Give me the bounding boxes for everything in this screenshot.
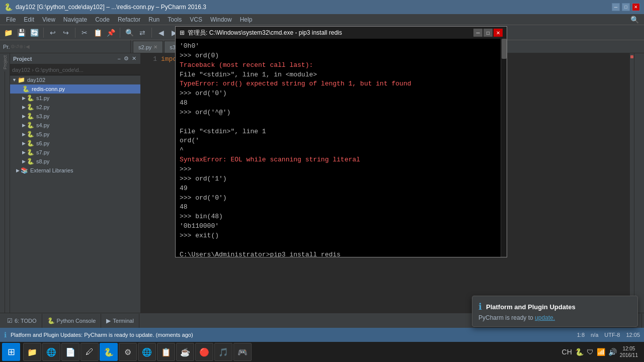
taskbar: ⊞ 📁 🌐 📄 🖊 🐍 ⚙ 🌐 📋 ☕ 🔴 🎵 🎮 CH 🐍 🛡 📶 🔊 12:… [0,342,644,362]
tree-s7py-label: s7.py [36,149,49,155]
taskbar-file-explorer[interactable]: 📁 [23,343,41,361]
cmd-scrollbar[interactable] [501,39,507,257]
status-bar: ℹ Platform and Plugin Updates: PyCharm i… [0,328,644,342]
tree-root-day102[interactable]: ▼ 📁 day102 [10,75,140,84]
taskbar-extra2[interactable]: 🎮 [233,343,252,361]
replace-button[interactable]: ⇄ [136,27,148,39]
paste-button[interactable]: 📌 [105,27,117,39]
taskbar-pycharm[interactable]: 🐍 [100,343,118,361]
menu-help[interactable]: Help [236,15,257,24]
menu-view[interactable]: View [38,15,59,24]
tab-s2py-close[interactable]: ✕ [153,44,157,50]
cmd-body: '0h0' >>> ord(0) Traceback (most recent … [176,39,507,257]
taskbar-redis[interactable]: 🔴 [195,343,213,361]
back-button[interactable]: ◀ [155,27,167,39]
tab-python-console[interactable]: 🐍 Python Console [42,314,102,328]
cmd-line-11: ^ [180,146,497,155]
copy-button[interactable]: 📋 [92,27,104,39]
left-gutter: Project [0,53,10,313]
find-button[interactable]: 🔍 [123,27,135,39]
maximize-button[interactable]: □ [622,3,630,11]
sidebar-header: Project − ⚙ ✕ [10,53,140,64]
redo-button[interactable]: ↪ [60,27,72,39]
tray-date-value: 2016/11 [620,352,638,358]
tab-s2py[interactable]: s2.py ✕ [133,41,163,53]
start-button[interactable]: ⊞ [2,343,20,361]
menu-code[interactable]: Code [91,15,114,24]
tree-redis-conn[interactable]: 🐍 redis-conn.py [10,84,140,94]
undo-button[interactable]: ↩ [47,27,59,39]
cmd-scroll-thumb[interactable] [502,39,507,59]
sidebar-collapse-button[interactable]: − [117,55,122,62]
taskbar-java[interactable]: ☕ [176,343,194,361]
menu-edit[interactable]: Edit [20,15,38,24]
cmd-line-12: SyntaxError: EOL while scanning string l… [180,155,497,165]
time-status: 12:05 [626,332,640,338]
save-button[interactable]: 💾 [15,27,27,39]
cmd-output[interactable]: '0h0' >>> ord(0) Traceback (most recent … [176,39,501,257]
menu-vcs[interactable]: VCS [186,15,206,24]
tree-s1py[interactable]: ▶ 🐍 s1.py [10,94,140,103]
cmd-line-13: >>> [180,165,497,174]
cmd-line-15: 49 [180,184,497,194]
taskbar-ie[interactable]: 🌐 [42,343,60,361]
tree-s5py[interactable]: ▶ 🐍 s5.py [10,130,140,139]
tree-arrow-s1: ▶ [22,96,26,101]
tree-expand-icon: ▼ [12,77,17,82]
menu-run[interactable]: Run [144,15,164,24]
menu-file[interactable]: File [2,15,20,24]
sidebar-gear-button[interactable]: ⚙ [123,55,130,62]
encoding-status: UTF-8 [604,332,620,338]
search-everywhere-icon[interactable]: 🔍 [627,15,642,25]
menu-refactor[interactable]: Refactor [114,15,144,24]
cmd-line-21 [180,241,497,250]
sync-button[interactable]: 🔄 [28,27,40,39]
notification-update-link[interactable]: update. [535,314,555,321]
cmd-line-7: >>> ord('^@') [180,108,497,118]
tray-network-icon: 📶 [597,348,605,356]
menu-tools[interactable]: Tools [164,15,186,24]
tree-external-libs[interactable]: ▶ 📚 External Libraries [10,166,140,175]
tree-s8py[interactable]: ▶ 🐍 s8.py [10,157,140,166]
s6-python-icon: 🐍 [27,140,34,147]
tab-python-console-label: Python Console [57,318,96,324]
tree-s6py[interactable]: ▶ 🐍 s6.py [10,139,140,148]
close-button[interactable]: ✕ [632,3,640,11]
taskbar-extra1[interactable]: 🎵 [214,343,232,361]
cmd-minimize-button[interactable]: ─ [473,29,482,37]
taskbar-chrome[interactable]: 🌐 [138,343,156,361]
cmd-close-button[interactable]: ✕ [494,29,503,37]
tab-todo[interactable]: ☑ 6: TODO [2,314,42,328]
taskbar-word[interactable]: 📄 [61,343,79,361]
tab-terminal[interactable]: ▶ Terminal [101,314,139,328]
sidebar-title: Project [13,56,32,62]
open-project-button[interactable]: 📁 [2,27,14,39]
cmd-line-4: TypeError: ord() expected string of leng… [180,79,497,89]
cmd-window-title: 管理员: C:\Windows\system32\cmd.exe - pip3 … [188,29,473,37]
sidebar-hide-button[interactable]: ✕ [131,55,137,62]
taskbar-paint[interactable]: 🖊 [80,343,99,361]
toolbar-separator-3 [120,28,120,38]
sidebar-breadcrumb: day102 › G:\python_code\d... [10,64,140,75]
cut-button[interactable]: ✂ [78,27,91,39]
taskbar-tray: CH 🐍 🛡 📶 🔊 12:05 2016/11 [558,345,642,358]
cmd-window[interactable]: ⊞ 管理员: C:\Windows\system32\cmd.exe - pip… [175,26,507,257]
cmd-line-16: >>> ord('0') [180,194,497,203]
tree-s7py[interactable]: ▶ 🐍 s7.py [10,148,140,157]
tree-s3py[interactable]: ▶ 🐍 s3.py [10,112,140,121]
menu-window[interactable]: Window [206,15,236,24]
tree-s2py[interactable]: ▶ 🐍 s2.py [10,103,140,112]
taskbar-cmd[interactable]: ⚙ [119,343,137,361]
breadcrumb-icons: ⚙↺⊕↕◀ [11,44,30,49]
menu-navigate[interactable]: Navigate [59,15,91,24]
python-file-icon: 🐍 [22,85,30,93]
taskbar-notepad[interactable]: 📋 [157,343,175,361]
tree-redis-conn-label: redis-conn.py [32,86,65,92]
cmd-maximize-button[interactable]: □ [484,29,493,37]
sidebar-toolbar: − ⚙ ✕ [117,55,137,62]
tab-terminal-label: Terminal [113,318,134,324]
s3-python-icon: 🐍 [27,113,34,120]
tree-s4py[interactable]: ▶ 🐍 s4.py [10,121,140,130]
tree-arrow-s5: ▶ [22,132,26,137]
minimize-button[interactable]: ─ [612,3,620,11]
